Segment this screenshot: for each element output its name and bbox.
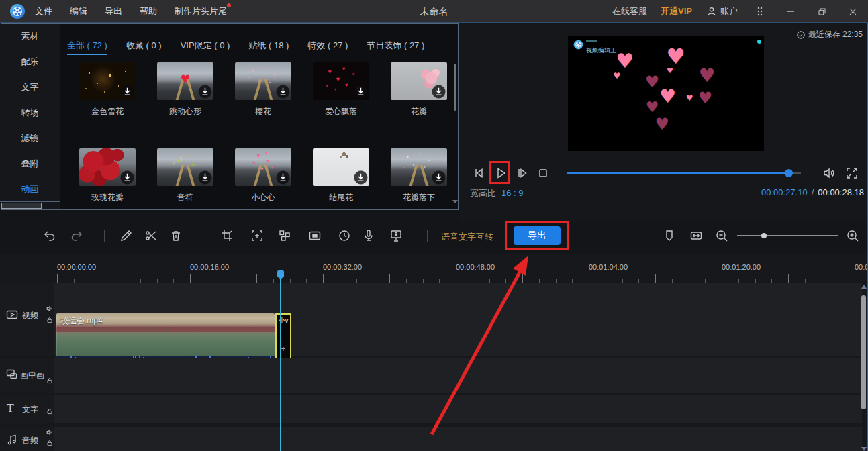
online-service-link[interactable]: 在线客服 — [612, 5, 647, 17]
stop-button[interactable] — [536, 166, 550, 181]
library-item[interactable]: 结尾花 — [313, 148, 369, 203]
track-lock-icon[interactable] — [46, 439, 54, 447]
delete-button[interactable] — [168, 228, 183, 243]
track-volume-icon[interactable] — [46, 305, 54, 313]
sidebar-item-动画[interactable]: 动画 — [0, 177, 60, 202]
library-item-thumbnail[interactable]: ♥♥♥♥♥♥♥♥ — [313, 62, 369, 100]
library-item-thumbnail[interactable]: ♥ — [157, 62, 213, 100]
library-tab[interactable]: 特效 ( 27 ) — [307, 40, 348, 55]
timeline-scrollbar[interactable] — [861, 285, 866, 451]
more-menu-button[interactable] — [751, 3, 769, 20]
download-icon[interactable] — [276, 170, 290, 185]
download-icon[interactable] — [198, 85, 212, 99]
download-icon[interactable] — [120, 85, 134, 99]
selection-handle[interactable] — [757, 40, 761, 44]
close-button[interactable] — [844, 3, 861, 20]
library-item[interactable]: ♥♥♥♥♥♥小心心 — [235, 148, 291, 203]
timeline-zoom-slider[interactable] — [737, 235, 838, 236]
download-icon[interactable] — [198, 170, 212, 185]
thumbnail-decoration: ♥ — [345, 83, 348, 88]
fullscreen-button[interactable] — [845, 166, 859, 181]
download-icon[interactable] — [432, 170, 446, 185]
download-icon[interactable] — [432, 85, 446, 99]
minimize-button[interactable] — [782, 3, 800, 20]
redo-button[interactable] — [70, 228, 85, 243]
library-item[interactable]: 金色雪花 — [79, 62, 136, 117]
timeline: 00:00:00.0000:00:16.0000:00:32.0000:00:4… — [0, 254, 868, 451]
save-status: 最近保存 22:35 — [796, 29, 863, 40]
cut-button[interactable] — [144, 228, 158, 243]
menu-3[interactable]: 导出 — [105, 5, 122, 17]
aspect-ratio[interactable]: 宽高比16 : 9 — [470, 187, 524, 199]
panel-scroll-down-icon[interactable] — [452, 200, 458, 203]
speech-to-text-button[interactable]: 语音文字互转 — [441, 231, 493, 243]
panel-hscroll[interactable] — [1, 203, 42, 209]
library-item-thumbnail[interactable] — [313, 148, 369, 186]
library-tab[interactable]: 贴纸 ( 18 ) — [248, 40, 289, 55]
library-item-thumbnail[interactable] — [79, 62, 136, 100]
next-frame-button[interactable] — [515, 166, 530, 181]
menu-1[interactable]: 文件 — [35, 5, 52, 17]
fit-timeline-button[interactable] — [689, 228, 704, 243]
track-lock-icon[interactable] — [46, 316, 54, 324]
account-button[interactable]: 账户 — [706, 5, 738, 17]
zoom-in-button[interactable] — [845, 228, 860, 243]
library-item[interactable]: 玫瑰花瓣 — [79, 148, 136, 203]
panel-scrollbar[interactable] — [454, 64, 456, 111]
library-item[interactable]: ●●●●●●樱花 — [235, 62, 291, 117]
library-tab[interactable]: VIP限定 ( 0 ) — [181, 40, 230, 55]
zoom-select-button[interactable] — [250, 228, 264, 243]
library-tab[interactable]: 全部 ( 72 ) — [67, 40, 107, 55]
library-item[interactable]: ♥跳动心形 — [157, 62, 213, 117]
library-item-thumbnail[interactable] — [391, 62, 447, 100]
volume-button[interactable] — [822, 166, 836, 181]
download-icon[interactable] — [354, 85, 368, 99]
prev-frame-button[interactable] — [471, 166, 486, 181]
undo-button[interactable] — [42, 228, 56, 243]
toolbar-divider — [104, 230, 105, 242]
scrollbar-thumb[interactable] — [861, 295, 866, 409]
maximize-button[interactable] — [813, 3, 830, 20]
track-volume-icon[interactable] — [46, 428, 54, 436]
sidebar-item-转场[interactable]: 转场 — [0, 100, 60, 126]
library-item-thumbnail[interactable]: ●●●●●● — [235, 62, 291, 100]
vip-upgrade-link[interactable]: 开通VIP — [661, 5, 692, 17]
sidebar-item-素材[interactable]: 素材 — [0, 23, 60, 49]
sidebar-item-叠附[interactable]: 叠附 — [0, 151, 60, 177]
sidebar-item-滤镜[interactable]: 滤镜 — [0, 126, 60, 151]
mosaic-button[interactable] — [277, 228, 292, 243]
edit-button[interactable] — [119, 228, 134, 243]
download-icon[interactable] — [276, 85, 290, 99]
menu-2[interactable]: 编辑 — [70, 5, 87, 17]
download-icon[interactable] — [120, 170, 134, 185]
library-tab[interactable]: 收藏 ( 0 ) — [126, 40, 162, 55]
portrait-button[interactable] — [389, 228, 403, 243]
duration-button[interactable] — [337, 228, 352, 243]
download-icon[interactable] — [354, 170, 368, 185]
track-lock-icon[interactable] — [46, 377, 54, 385]
sidebar-item-配乐[interactable]: 配乐 — [0, 49, 60, 74]
scroll-down-icon[interactable] — [861, 447, 867, 451]
freeze-frame-button[interactable] — [307, 228, 322, 243]
sidebar-item-文字[interactable]: 文字 — [0, 74, 60, 100]
zoom-slider-handle[interactable] — [761, 233, 767, 238]
crop-button[interactable] — [220, 228, 234, 243]
library-item-thumbnail[interactable]: ♥♥♥♥♥♥ — [235, 148, 291, 186]
record-voice-button[interactable] — [361, 228, 376, 243]
library-item[interactable]: 花瓣 — [391, 62, 447, 117]
zoom-out-button[interactable] — [714, 228, 729, 243]
library-item[interactable]: ●●●●●●花瓣落下 — [391, 148, 447, 203]
library-item-thumbnail[interactable]: ♫♪♪♫ — [157, 148, 213, 186]
library-tab[interactable]: 节日装饰 ( 27 ) — [367, 40, 424, 55]
library-item[interactable]: ♥♥♥♥♥♥♥♥爱心飘落 — [313, 62, 369, 117]
menu-5[interactable]: 制作片头片尾 — [175, 5, 227, 17]
menu-4[interactable]: 帮助 — [140, 5, 157, 17]
seek-thumb[interactable] — [785, 169, 793, 177]
track-lock-icon[interactable] — [46, 407, 54, 415]
library-item[interactable]: ♫♪♪♫音符 — [157, 148, 213, 203]
library-item-thumbnail[interactable]: ●●●●●● — [391, 148, 447, 186]
library-item-thumbnail[interactable] — [79, 148, 136, 186]
marker-button[interactable] — [662, 228, 677, 243]
scroll-up-icon[interactable] — [861, 285, 867, 289]
seek-bar[interactable] — [567, 172, 801, 174]
